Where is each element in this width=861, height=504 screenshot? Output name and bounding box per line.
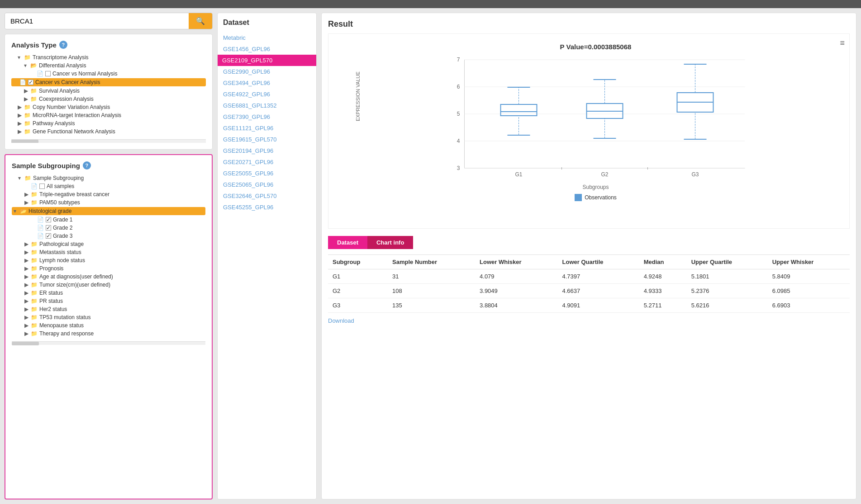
col-subgroup: Subgroup (328, 255, 388, 269)
tree-mirna[interactable]: ▶ 📁 MicroRNA-target Interaction Analysis (11, 111, 206, 119)
analysis-type-help-icon[interactable]: ? (59, 41, 67, 49)
tree-grade1[interactable]: 📄 ✓ Grade 1 (12, 216, 205, 224)
doc-icon: 📄 (37, 217, 44, 223)
tree-therapy[interactable]: ▶ 📁 Therapy and response (12, 330, 205, 338)
expand-icon: ▶ (24, 191, 29, 198)
cell-median: 4.9333 (639, 284, 687, 298)
tree-transcriptome[interactable]: ▾ 📁 Transcriptome Analysis (11, 53, 206, 61)
tree-her2[interactable]: ▶ 📁 Her2 status (12, 305, 205, 313)
tree-grade3[interactable]: 📄 ✓ Grade 3 (12, 232, 205, 240)
cell-upper-quartile: 5.2376 (687, 284, 768, 298)
tree-metastasis[interactable]: ▶ 📁 Metastasis status (12, 248, 205, 256)
download-link[interactable]: Download (328, 317, 354, 324)
folder-icon: 📁 (24, 112, 31, 118)
scrollbar-thumb[interactable] (11, 140, 38, 143)
search-button[interactable]: 🔍 (189, 13, 212, 29)
dataset-gse20271[interactable]: GSE20271_GPL96 (223, 156, 311, 168)
tree-grade2[interactable]: 📄 ✓ Grade 2 (12, 224, 205, 232)
doc-icon: 📄 (19, 79, 26, 85)
tree-pathway[interactable]: ▶ 📁 Pathway Analysis (11, 119, 206, 127)
dataset-gse20194[interactable]: GSE20194_GPL96 (223, 145, 311, 156)
top-bar (0, 0, 861, 8)
expand-icon: ▶ (24, 282, 29, 288)
dataset-gse2109[interactable]: GSE2109_GPL570 (218, 55, 316, 66)
tree-prognosis[interactable]: ▶ 📁 Prognosis (12, 264, 205, 273)
dataset-gse11121[interactable]: GSE11121_GPL96 (223, 122, 311, 134)
dataset-gse1456[interactable]: GSE1456_GPL96 (223, 43, 311, 55)
svg-text:G2: G2 (601, 171, 608, 178)
folder-icon: 📁 (31, 298, 38, 304)
expand-icon: ▶ (24, 265, 29, 272)
dataset-gse6881[interactable]: GSE6881_GPL1352 (223, 100, 311, 111)
dataset-gse3494[interactable]: GSE3494_GPL96 (223, 77, 311, 89)
chart-menu-icon[interactable]: ≡ (840, 38, 845, 48)
cell-subgroup: G3 (328, 298, 388, 313)
dataset-gse25065[interactable]: GSE25065_GPL96 (223, 179, 311, 190)
tree-histological-grade[interactable]: ▾ 📂 Histological grade (12, 207, 205, 215)
folder-icon: 📁 (24, 104, 31, 110)
tree-coexpression[interactable]: ▶ 📁 Coexpression Analysis (11, 95, 206, 103)
checkbox[interactable] (39, 184, 45, 189)
dataset-gse7390[interactable]: GSE7390_GPL96 (223, 111, 311, 122)
cell-upper-whisker: 5.8409 (768, 269, 850, 284)
dataset-gse19615[interactable]: GSE19615_GPL570 (223, 134, 311, 145)
checkbox-checked[interactable]: ✓ (28, 80, 33, 85)
sample-subgrouping-help-icon[interactable]: ? (83, 161, 91, 170)
expand-icon: ▶ (18, 104, 22, 110)
tree-triple-negative[interactable]: ▶ 📁 Triple-negative breast cancer (12, 190, 205, 198)
tab-dataset[interactable]: Dataset (328, 236, 367, 249)
folder-icon: 📁 (31, 330, 38, 337)
tree-er-status[interactable]: ▶ 📁 ER status (12, 289, 205, 297)
cell-median: 5.2711 (639, 298, 687, 313)
expand-icon: ▶ (18, 128, 22, 135)
sample-subgrouping-tree: ▾ 📁 Sample Subgrouping 📄 All samples ▶ 📁… (12, 174, 205, 345)
dataset-gse4922[interactable]: GSE4922_GPL96 (223, 89, 311, 100)
expand-icon: ▶ (24, 330, 29, 337)
tree-cnv[interactable]: ▶ 📁 Copy Number Variation Analysis (11, 103, 206, 111)
horizontal-scrollbar[interactable] (11, 139, 206, 143)
tree-differential[interactable]: ▾ 📂 Differential Analysis (11, 61, 206, 70)
folder-icon: 📂 (20, 208, 27, 214)
checkbox-checked[interactable]: ✓ (46, 217, 51, 222)
checkbox-checked[interactable]: ✓ (46, 225, 51, 231)
checkbox-checked[interactable]: ✓ (46, 233, 51, 239)
tree-pr-status[interactable]: ▶ 📁 PR status (12, 297, 205, 305)
tree-sample-subgrouping-root[interactable]: ▾ 📁 Sample Subgrouping (12, 174, 205, 182)
folder-icon: 📁 (31, 322, 38, 329)
tree-tumor-size[interactable]: ▶ 📁 Tumor size(cm)(user defined) (12, 281, 205, 289)
tab-chart-info[interactable]: Chart info (367, 236, 413, 249)
dataset-metabric[interactable]: Metabric (223, 32, 311, 43)
folder-icon: 📁 (24, 120, 31, 127)
dataset-gse25055[interactable]: GSE25055_GPL96 (223, 168, 311, 179)
expand-icon: ▶ (18, 120, 22, 127)
expand-icon: ▶ (24, 290, 29, 296)
search-input[interactable]: BRCA1 (5, 14, 189, 28)
svg-text:3: 3 (457, 165, 460, 171)
tree-cancer-cancer[interactable]: 📄 ✓ Cancer vs Cancer Analysis (11, 78, 206, 86)
tree-survival[interactable]: ▶ 📁 Survival Analysis (11, 87, 206, 95)
tree-pam50[interactable]: ▶ 📁 PAM50 subtypes (12, 198, 205, 207)
horizontal-scrollbar-sample[interactable] (12, 341, 205, 345)
tree-tp53[interactable]: ▶ 📁 TP53 mutation status (12, 313, 205, 321)
dataset-gse32646[interactable]: GSE32646_GPL570 (223, 190, 311, 202)
cell-median: 4.9248 (639, 269, 687, 284)
checkbox[interactable] (45, 71, 51, 76)
cell-lower-whisker: 4.079 (475, 269, 557, 284)
tree-lymph-node[interactable]: ▶ 📁 Lymph node status (12, 256, 205, 264)
cell-sample-number: 135 (388, 298, 475, 313)
scrollbar-thumb-sample[interactable] (12, 342, 39, 345)
tree-menopause[interactable]: ▶ 📁 Menopause status (12, 321, 205, 330)
dataset-gse45255[interactable]: GSE45255_GPL96 (223, 202, 311, 213)
tree-gene-network[interactable]: ▶ 📁 Gene Functional Network Analysis (11, 127, 206, 136)
search-bar: BRCA1 🔍 (5, 13, 213, 29)
left-panel: BRCA1 🔍 Analysis Type ? ▾ 📁 Transcriptom… (5, 13, 213, 499)
tree-pathological-stage[interactable]: ▶ 📁 Pathological stage (12, 240, 205, 248)
folder-icon: 📁 (24, 54, 31, 61)
expand-icon: ▶ (24, 306, 29, 312)
tree-all-samples[interactable]: 📄 All samples (12, 182, 205, 190)
dataset-gse2990[interactable]: GSE2990_GPL96 (223, 66, 311, 77)
tree-age-diagnosis[interactable]: ▶ 📁 Age at diagnosis(user defined) (12, 273, 205, 281)
y-axis-label: EXPRESSION VALUE (355, 71, 361, 121)
tree-cancer-normal[interactable]: 📄 Cancer vs Normal Analysis (11, 70, 206, 78)
analysis-type-box: Analysis Type ? ▾ 📁 Transcriptome Analys… (5, 34, 213, 150)
